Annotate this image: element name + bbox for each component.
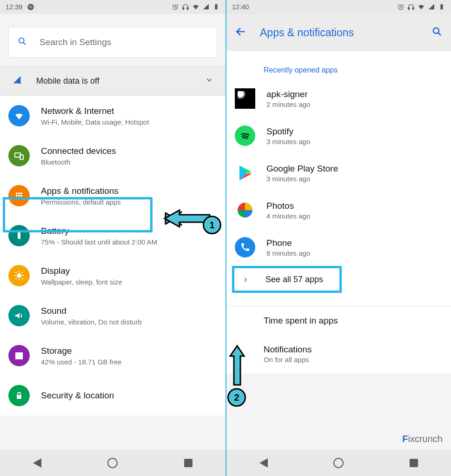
svg-point-9: [16, 192, 18, 194]
signal-icon: [202, 3, 210, 11]
app-time: 4 minutes ago: [266, 212, 310, 220]
svg-rect-24: [17, 395, 21, 399]
setting-sub: Wallpaper, sleep, font size: [41, 278, 217, 286]
setting-storage[interactable]: Storage 42% used - 18.71 GB free: [0, 336, 226, 376]
setting-title: Display: [41, 265, 217, 277]
search-icon: [17, 36, 27, 48]
setting-security-location[interactable]: Security & location: [0, 376, 226, 416]
apps-body: Recently opened apps apk-signer 2 minute…: [226, 51, 451, 373]
back-button[interactable]: [235, 26, 247, 40]
row-title: Time spent in apps: [264, 316, 338, 326]
mobile-data-label: Mobile data is off: [36, 76, 191, 86]
search-button[interactable]: [431, 26, 443, 39]
sound-icon: [8, 305, 30, 326]
setting-sub: Bluetooth: [41, 158, 217, 166]
battery-icon: [212, 3, 220, 11]
status-bar: 12:39: [0, 0, 226, 14]
nav-home-button[interactable]: [333, 458, 344, 468]
svg-rect-5: [216, 4, 217, 4]
setting-sub: 75% - Should last until about 2:00 AM: [41, 238, 217, 246]
app-row-play-store[interactable]: Google Play Store 3 minutes ago: [226, 154, 451, 192]
svg-rect-28: [440, 5, 443, 10]
setting-title: Apps & notifications: [41, 185, 217, 197]
section-recently-opened: Recently opened apps: [226, 53, 451, 80]
svg-point-10: [18, 192, 20, 194]
svg-rect-19: [19, 231, 20, 232]
nav-bar: [0, 450, 226, 476]
setting-network-internet[interactable]: Network & Internet Wi-Fi, Mobile, Data u…: [0, 96, 226, 136]
svg-rect-18: [18, 232, 20, 239]
row-sub: On for all apps: [264, 356, 312, 364]
setting-sub: 42% used - 18.71 GB free: [41, 358, 217, 366]
app-name: Spotify: [266, 126, 310, 137]
svg-rect-27: [412, 7, 414, 9]
row-notifications[interactable]: Notifications On for all apps: [226, 335, 451, 373]
nav-recents-button[interactable]: [184, 459, 192, 467]
app-time: 2 minutes ago: [266, 100, 310, 108]
app-row-phone[interactable]: Phone 8 minutes ago: [226, 229, 451, 266]
nav-home-button[interactable]: [107, 458, 118, 468]
svg-point-15: [16, 197, 18, 199]
app-name: Google Play Store: [266, 164, 338, 174]
app-row-photos[interactable]: Photos 4 minutes ago: [226, 192, 451, 229]
app-time: 3 minutes ago: [266, 175, 338, 183]
svg-rect-2: [183, 7, 184, 9]
watermark: Fixcrunch: [402, 434, 443, 444]
row-time-spent[interactable]: Time spent in apps: [226, 306, 451, 335]
search-bar[interactable]: Search in Settings: [8, 27, 217, 58]
svg-point-13: [18, 195, 20, 197]
setting-apps-notifications[interactable]: Apps & notifications Permissions, defaul…: [0, 176, 226, 216]
apps-notifications-screen: 12:40 Apps & notifications Recently open…: [226, 0, 451, 476]
battery-icon: [438, 3, 445, 11]
svg-rect-23: [16, 357, 22, 359]
svg-point-30: [433, 28, 439, 33]
svg-point-14: [20, 195, 22, 197]
row-title: Notifications: [264, 344, 312, 355]
chevron-down-icon: [205, 76, 213, 86]
setting-title: Battery: [41, 225, 217, 237]
setting-battery[interactable]: Battery 75% - Should last until about 2:…: [0, 216, 226, 256]
brightness-icon: [8, 265, 30, 286]
app-name: Photos: [266, 201, 310, 211]
mobile-data-banner[interactable]: Mobile data is off: [0, 66, 226, 96]
clock-time: 12:40: [232, 3, 249, 11]
battery-icon-circle: [8, 225, 30, 246]
status-bar: 12:40: [226, 0, 451, 14]
svg-point-11: [20, 192, 22, 194]
svg-rect-26: [408, 7, 410, 9]
alarm-icon: [397, 3, 405, 11]
setting-sub: Permissions, default apps: [41, 198, 217, 206]
see-all-apps-button[interactable]: See all 57 apps: [230, 266, 451, 293]
nav-recents-button[interactable]: [410, 459, 418, 467]
setting-sound[interactable]: Sound Volume, vibration, Do not disturb: [0, 296, 226, 336]
app-row-spotify[interactable]: Spotify 3 minutes ago: [226, 117, 451, 154]
headphones-icon: [182, 3, 189, 11]
app-time: 3 minutes ago: [266, 138, 310, 145]
wifi-circle-icon: [8, 105, 30, 126]
app-header: Apps & notifications: [226, 14, 451, 51]
page-title: Apps & notifications: [260, 26, 418, 39]
clock-time: 12:39: [6, 3, 22, 11]
settings-main-screen: 12:39 Search in Settings Mobile data is …: [0, 0, 226, 476]
nav-back-button[interactable]: [33, 458, 41, 468]
nav-back-button[interactable]: [259, 458, 268, 468]
annotation-step-2: 2: [227, 388, 246, 407]
search-placeholder: Search in Settings: [40, 37, 111, 47]
phone-app-icon: [235, 237, 255, 258]
apps-grid-icon: [8, 185, 30, 206]
svg-rect-4: [215, 5, 217, 10]
setting-display[interactable]: Display Wallpaper, sleep, font size: [0, 256, 226, 296]
svg-point-6: [19, 38, 24, 43]
setting-connected-devices[interactable]: Connected devices Bluetooth: [0, 136, 226, 176]
play-store-icon: [235, 163, 255, 183]
app-row-apk-signer[interactable]: apk-signer 2 minutes ago: [226, 80, 451, 117]
chevron-right-icon: [239, 277, 252, 283]
wifi-icon: [418, 3, 425, 11]
spotify-status-icon: [27, 3, 34, 11]
nav-bar: [226, 450, 451, 476]
signal-icon: [428, 3, 435, 11]
svg-rect-3: [187, 7, 188, 9]
see-all-label: See all 57 apps: [265, 275, 323, 284]
setting-title: Storage: [41, 345, 217, 357]
storage-icon: [8, 345, 30, 366]
